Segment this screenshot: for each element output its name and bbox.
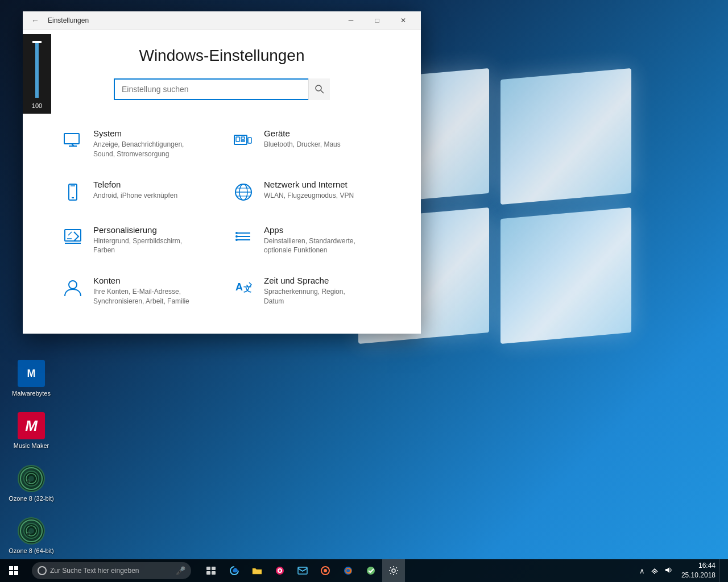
svg-rect-42 xyxy=(206,571,210,575)
volume-thumb xyxy=(32,41,42,43)
start-button[interactable] xyxy=(0,559,27,582)
search-circle-icon xyxy=(38,566,47,575)
edge-button[interactable] xyxy=(223,559,246,582)
clock-date: 25.10.2018 xyxy=(681,571,715,580)
svg-rect-16 xyxy=(236,137,239,142)
zeit-text: Zeit und Sprache Spracherkennung, Region… xyxy=(264,276,345,306)
microphone-icon: 🎤 xyxy=(176,566,185,575)
mail-button[interactable] xyxy=(291,559,314,582)
taskbar-search-bar[interactable]: Zur Suche Text hier eingeben 🎤 xyxy=(32,562,191,579)
svg-rect-41 xyxy=(212,567,216,570)
taskbar-clock[interactable]: 16:44 25.10.2018 xyxy=(678,561,719,580)
settings-item-personalisierung[interactable]: Personalisierung Hintergrund, Sperrbilds… xyxy=(51,215,222,266)
desktop-icon-music-maker[interactable]: M Music Maker xyxy=(0,408,63,454)
maximize-button[interactable]: □ xyxy=(364,11,390,30)
konten-icon xyxy=(60,276,85,301)
settings-item-telefon[interactable]: Telefon Android, iPhone verknüpfen xyxy=(51,169,222,215)
svg-point-4 xyxy=(28,476,34,481)
apps-desc: Deinstallieren, Standardwerte,optionale … xyxy=(264,236,355,256)
svg-point-10 xyxy=(316,85,321,91)
logo-quad-2 xyxy=(500,68,631,205)
telefon-desc: Android, iPhone verknüpfen xyxy=(93,191,177,201)
window-title: Einstellungen xyxy=(48,16,338,24)
volume-value: 100 xyxy=(32,102,42,109)
settings-item-apps[interactable]: Apps Deinstallieren, Standardwerte,optio… xyxy=(222,215,392,266)
apps-text: Apps Deinstallieren, Standardwerte,optio… xyxy=(264,225,355,256)
netzwerk-desc: WLAN, Flugzeugmodus, VPN xyxy=(264,191,354,201)
settings-item-geraete[interactable]: Geräte Bluetooth, Drucker, Maus xyxy=(222,118,392,169)
network-icon[interactable] xyxy=(650,565,660,577)
telefon-title: Telefon xyxy=(93,180,177,189)
svg-point-35 xyxy=(235,235,238,238)
personalisierung-desc: Hintergrund, Sperrbildschirm,Farben xyxy=(93,236,182,256)
malwarebytes-label: Malwarebytes xyxy=(12,389,51,397)
svg-rect-17 xyxy=(241,137,245,139)
taskbar-right: ∧ 16:44 xyxy=(634,559,728,582)
window-back-button[interactable]: ← xyxy=(27,13,43,28)
firefox-button[interactable] xyxy=(337,559,359,582)
settings-main-title: Windows-Einstellungen xyxy=(51,47,392,65)
paint-button[interactable] xyxy=(268,559,291,582)
desktop-icon-ozone-64[interactable]: Ozone 8 (64-bit) xyxy=(0,513,63,559)
settings-taskbar-button[interactable] xyxy=(382,559,405,582)
settings-item-zeit[interactable]: A 文 Zeit und Sprache Spracherkennung, Re… xyxy=(222,265,392,317)
settings-search-button[interactable] xyxy=(308,78,330,100)
system-icon xyxy=(60,128,85,153)
geraete-title: Geräte xyxy=(264,128,341,138)
svg-rect-18 xyxy=(241,140,245,142)
geraete-desc: Bluetooth, Drucker, Maus xyxy=(264,140,341,149)
zeit-title: Zeit und Sprache xyxy=(264,276,345,285)
search-icon xyxy=(315,85,324,94)
minimize-button[interactable]: ─ xyxy=(338,11,364,30)
netzwerk-text: Netzwerk und Internet WLAN, Flugzeugmodu… xyxy=(264,180,354,201)
svg-point-36 xyxy=(235,239,238,241)
konten-desc: Ihre Konten, E-Mail-Adresse,Synchronisie… xyxy=(93,287,189,306)
svg-text:A: A xyxy=(235,281,243,293)
browser2-button[interactable] xyxy=(314,559,337,582)
svg-point-51 xyxy=(346,569,350,572)
svg-point-5 xyxy=(27,480,30,483)
volume-icon[interactable] xyxy=(663,565,673,577)
zeit-icon: A 文 xyxy=(231,276,256,301)
volume-fill xyxy=(35,41,39,98)
close-button[interactable]: ✕ xyxy=(390,11,416,30)
task-view-button[interactable] xyxy=(200,559,223,582)
systray-expand-icon[interactable]: ∧ xyxy=(638,566,646,576)
volume-overlay[interactable]: 100 xyxy=(23,34,51,114)
volume-track[interactable] xyxy=(35,41,39,98)
vpn-button[interactable] xyxy=(359,559,382,582)
konten-text: Konten Ihre Konten, E-Mail-Adresse,Synch… xyxy=(93,276,189,306)
netzwerk-icon xyxy=(231,180,256,205)
svg-point-49 xyxy=(324,569,327,572)
svg-point-46 xyxy=(279,569,281,572)
svg-point-9 xyxy=(27,532,30,535)
music-maker-label: Music Maker xyxy=(14,442,49,450)
settings-item-system[interactable]: System Anzeige, Benachrichtigungen,Sound… xyxy=(51,118,222,169)
file-explorer-button[interactable] xyxy=(246,559,268,582)
svg-point-7 xyxy=(26,526,36,536)
apps-title: Apps xyxy=(264,225,355,235)
settings-item-netzwerk[interactable]: Netzwerk und Internet WLAN, Flugzeugmodu… xyxy=(222,169,392,215)
svg-rect-28 xyxy=(65,230,81,241)
desktop-icon-ozone-32[interactable]: Ozone 8 (32-bit) xyxy=(0,460,63,507)
svg-point-54 xyxy=(654,573,655,574)
settings-search-input[interactable] xyxy=(114,78,330,100)
settings-item-konten[interactable]: Konten Ihre Konten, E-Mail-Adresse,Synch… xyxy=(51,265,222,317)
show-desktop-button[interactable] xyxy=(719,559,723,582)
ozone-64-icon xyxy=(18,517,45,544)
netzwerk-title: Netzwerk und Internet xyxy=(264,180,354,189)
svg-line-11 xyxy=(321,90,324,93)
svg-point-53 xyxy=(392,569,395,572)
settings-content: Windows-Einstellungen xyxy=(23,30,421,334)
svg-rect-19 xyxy=(248,138,251,143)
desktop-icon-malwarebytes[interactable]: M Malwarebytes xyxy=(0,355,63,402)
svg-point-2 xyxy=(24,471,39,486)
ozone-32-label: Ozone 8 (32-bit) xyxy=(9,494,53,502)
taskbar-pinned-icons xyxy=(200,559,405,582)
apps-icon xyxy=(231,225,256,250)
logo-quad-4 xyxy=(500,207,631,344)
svg-rect-43 xyxy=(212,571,216,575)
malwarebytes-icon: M xyxy=(18,360,45,387)
system-title: System xyxy=(93,128,184,138)
ozone-32-icon xyxy=(18,465,45,492)
